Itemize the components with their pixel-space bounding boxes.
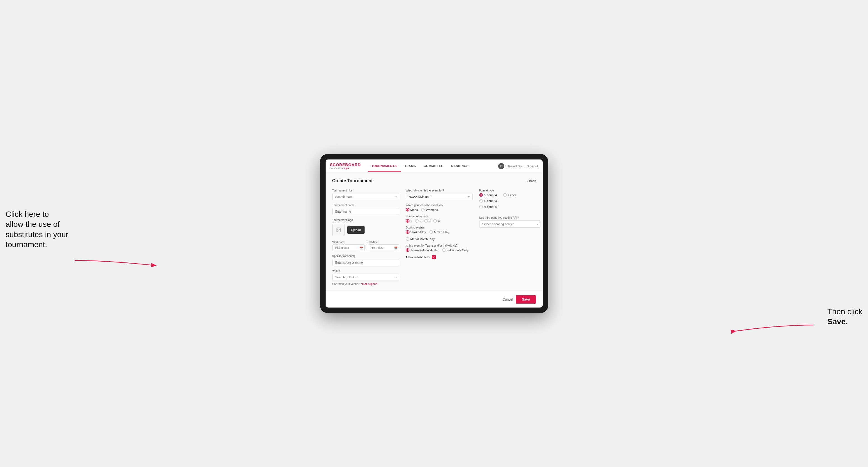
venue-group: Venue ▾ Can't find your venue? email sup… bbox=[332, 270, 399, 285]
scoring-api-label: Use third-party live scoring API? bbox=[479, 216, 540, 219]
format-5count4-label: 5 count 4 bbox=[485, 193, 497, 197]
round-4[interactable]: 4 bbox=[433, 219, 440, 223]
tournament-name-label: Tournament name bbox=[332, 204, 399, 207]
rounds-group: Number of rounds 1 2 bbox=[406, 215, 472, 223]
tab-rankings[interactable]: RANKINGS bbox=[447, 160, 472, 172]
svg-point-1 bbox=[337, 229, 338, 229]
format-group: Format type 5 count 4 Other 6 count 4 bbox=[479, 189, 540, 209]
arrow-left-svg bbox=[74, 252, 169, 269]
gender-womens-radio[interactable] bbox=[421, 208, 425, 212]
format-6count4[interactable]: 6 count 4 bbox=[479, 199, 540, 203]
allow-subs-item[interactable]: Allow substitutes? ✓ bbox=[406, 255, 472, 259]
scoring-radio-group: Stroke Play Match Play Medal Match Play bbox=[406, 230, 472, 241]
gender-group: Which gender is the event for? Mens Wome bbox=[406, 204, 472, 212]
venue-dropdown-icon: ▾ bbox=[396, 276, 397, 279]
sponsor-label: Sponsor (optional) bbox=[332, 255, 399, 258]
event-teams[interactable]: Teams (+Individuals) bbox=[406, 248, 439, 252]
gender-radio-group: Mens Womens bbox=[406, 208, 472, 212]
page-header: Create Tournament ‹ Back bbox=[332, 178, 536, 183]
cancel-button[interactable]: Cancel bbox=[503, 298, 513, 302]
allow-subs-label: Allow substitutes? bbox=[406, 255, 430, 259]
scoring-api-input[interactable] bbox=[479, 220, 540, 228]
format-6count4-radio[interactable] bbox=[479, 199, 483, 203]
form-grid: Tournament Host ▾ Tournament name Tourna… bbox=[332, 189, 536, 285]
start-date-calendar-icon: 📅 bbox=[360, 246, 363, 249]
end-date-wrap: 📅 bbox=[367, 244, 399, 251]
round-3-radio[interactable] bbox=[424, 219, 428, 223]
division-label: Which division is the event for? bbox=[406, 189, 472, 192]
date-row-group: Start date 📅 End date 📅 bbox=[332, 239, 399, 251]
event-type-radio-group: Teams (+Individuals) Individuals Only bbox=[406, 248, 472, 252]
event-individuals-radio[interactable] bbox=[442, 248, 445, 252]
gender-mens-radio[interactable] bbox=[406, 208, 409, 212]
allow-subs-group: Allow substitutes? ✓ bbox=[406, 255, 472, 259]
scoring-match-label: Match Play bbox=[434, 230, 449, 234]
tournament-name-input[interactable] bbox=[332, 208, 399, 215]
venue-hint: Can't find your venue? email support bbox=[332, 282, 399, 285]
format-label: Format type bbox=[479, 189, 540, 192]
logo-upload-area: Upload bbox=[332, 224, 399, 236]
event-individuals[interactable]: Individuals Only bbox=[442, 248, 468, 252]
gender-womens-label: Womens bbox=[426, 208, 438, 212]
round-1-label: 1 bbox=[410, 219, 412, 223]
format-6count5-radio[interactable] bbox=[479, 205, 483, 209]
arrow-right-svg bbox=[730, 319, 813, 336]
allow-subs-checkbox[interactable]: ✓ bbox=[432, 255, 436, 259]
save-button[interactable]: Save bbox=[516, 295, 536, 304]
tournament-logo-group: Tournament logo Upload bbox=[332, 218, 399, 236]
round-4-label: 4 bbox=[438, 219, 440, 223]
sponsor-input[interactable] bbox=[332, 259, 399, 266]
nav-tabs: TOURNAMENTS TEAMS COMMITTEE RANKINGS bbox=[368, 160, 498, 172]
round-3[interactable]: 3 bbox=[424, 219, 431, 223]
avatar: B bbox=[498, 163, 504, 169]
scoring-stroke[interactable]: Stroke Play bbox=[406, 230, 426, 234]
format-6count5[interactable]: 6 count 5 bbox=[479, 205, 540, 209]
annotation-right: Then click Save. bbox=[827, 307, 862, 327]
start-date-group: Start date 📅 bbox=[332, 239, 365, 251]
round-3-label: 3 bbox=[429, 219, 431, 223]
tournament-host-input[interactable] bbox=[332, 193, 399, 200]
format-other-label: Other bbox=[508, 193, 516, 197]
scoring-group: Scoring system Stroke Play Match Play bbox=[406, 226, 472, 241]
format-5count4-radio[interactable] bbox=[479, 193, 483, 197]
tab-committee[interactable]: COMMITTEE bbox=[420, 160, 447, 172]
back-button[interactable]: ‹ Back bbox=[527, 179, 536, 183]
scoring-match[interactable]: Match Play bbox=[429, 230, 449, 234]
round-4-radio[interactable] bbox=[433, 219, 437, 223]
scoring-stroke-radio[interactable] bbox=[406, 230, 409, 234]
user-name: blair admin bbox=[506, 164, 522, 168]
event-individuals-label: Individuals Only bbox=[447, 249, 468, 252]
tab-teams[interactable]: TEAMS bbox=[401, 160, 420, 172]
main-content: Create Tournament ‹ Back Tournament Host… bbox=[326, 173, 543, 291]
rounds-radio-group: 1 2 3 4 bbox=[406, 219, 472, 223]
email-support-link[interactable]: email support bbox=[361, 282, 377, 285]
event-teams-radio[interactable] bbox=[406, 248, 409, 252]
division-select[interactable]: NCAA Division I bbox=[406, 193, 472, 200]
scoring-match-radio[interactable] bbox=[429, 230, 433, 234]
event-teams-label: Teams (+Individuals) bbox=[410, 249, 439, 252]
venue-input[interactable] bbox=[332, 274, 399, 281]
format-other-radio[interactable] bbox=[503, 193, 507, 197]
round-2[interactable]: 2 bbox=[415, 219, 421, 223]
gender-womens[interactable]: Womens bbox=[421, 208, 438, 212]
gender-mens[interactable]: Mens bbox=[406, 208, 418, 212]
scoring-medal[interactable]: Medal Match Play bbox=[406, 237, 435, 241]
nav-user: B blair admin | Sign out bbox=[498, 163, 538, 169]
sign-out-link[interactable]: Sign out bbox=[527, 164, 538, 168]
tablet-frame: SCOREBOARD Powered by clippd TOURNAMENTS… bbox=[320, 154, 548, 313]
gender-mens-label: Mens bbox=[410, 208, 418, 212]
scoring-medal-radio[interactable] bbox=[406, 237, 409, 241]
host-dropdown-icon: ▾ bbox=[396, 195, 397, 198]
gender-label: Which gender is the event for? bbox=[406, 204, 472, 207]
tab-tournaments[interactable]: TOURNAMENTS bbox=[368, 160, 401, 172]
venue-label: Venue bbox=[332, 270, 399, 273]
round-1-radio[interactable] bbox=[406, 219, 409, 223]
upload-button[interactable]: Upload bbox=[347, 226, 365, 234]
end-date-label: End date bbox=[367, 241, 378, 244]
logo-placeholder bbox=[332, 224, 344, 236]
round-2-radio[interactable] bbox=[415, 219, 418, 223]
round-1[interactable]: 1 bbox=[406, 219, 412, 223]
tournament-host-label: Tournament Host bbox=[332, 189, 399, 192]
form-col-3: Format type 5 count 4 Other 6 count 4 bbox=[479, 189, 540, 285]
format-5count4[interactable]: 5 count 4 Other bbox=[479, 193, 540, 197]
